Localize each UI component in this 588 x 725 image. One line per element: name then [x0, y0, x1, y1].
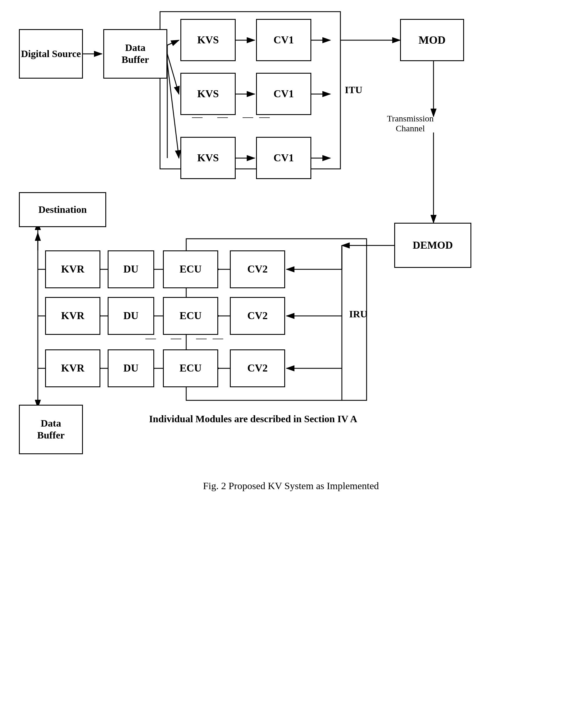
- digital-source-box: Digital Source: [19, 29, 83, 79]
- kvs1-label: KVS: [197, 34, 219, 46]
- itu-label: ITU: [345, 84, 362, 96]
- ecu3-box: ECU: [163, 349, 218, 387]
- transmission-channel-label: TransmissionChannel: [387, 114, 434, 133]
- demod-label: DEMOD: [413, 239, 453, 251]
- mod-box: MOD: [400, 19, 464, 61]
- individual-modules-text: Individual Modules are described in Sect…: [122, 414, 384, 424]
- du1-label: DU: [123, 263, 139, 276]
- diagram-container: Digital Source DataBuffer KVS CV1 KVS CV…: [0, 0, 588, 725]
- cv1-2-label: CV1: [273, 88, 294, 100]
- svg-line-5: [167, 63, 179, 158]
- du3-box: DU: [108, 349, 154, 387]
- cv2-3-label: CV2: [247, 362, 268, 375]
- cv2-3-box: CV2: [230, 349, 285, 387]
- cv1-2-box: CV1: [256, 73, 311, 115]
- kvs3-label: KVS: [197, 152, 219, 164]
- ecu1-box: ECU: [163, 250, 218, 288]
- kvr3-label: KVR: [61, 362, 84, 375]
- svg-line-4: [167, 54, 179, 94]
- dots-bottom: — — — —: [145, 332, 225, 344]
- cv1-1-label: CV1: [273, 34, 294, 46]
- figure-caption: Fig. 2 Proposed KV System as Implemented: [117, 480, 465, 491]
- cv2-1-box: CV2: [230, 250, 285, 288]
- kvs2-label: KVS: [197, 88, 219, 100]
- data-buffer-bottom-box: DataBuffer: [19, 405, 83, 454]
- kvr1-label: KVR: [61, 263, 84, 276]
- cv1-3-label: CV1: [273, 152, 294, 164]
- du1-box: DU: [108, 250, 154, 288]
- demod-box: DEMOD: [394, 223, 471, 268]
- digital-source-label: Digital Source: [21, 48, 81, 60]
- du3-label: DU: [123, 362, 139, 375]
- iru-label: IRU: [349, 309, 367, 320]
- ecu2-box: ECU: [163, 297, 218, 335]
- kvr1-box: KVR: [45, 250, 100, 288]
- cv2-2-box: CV2: [230, 297, 285, 335]
- cv2-1-label: CV2: [247, 263, 268, 276]
- ecu2-label: ECU: [180, 309, 202, 322]
- dots-top: — — — —: [192, 110, 271, 123]
- cv2-2-label: CV2: [247, 309, 268, 322]
- destination-label: Destination: [38, 204, 87, 216]
- kvr2-box: KVR: [45, 297, 100, 335]
- ecu1-label: ECU: [180, 263, 202, 276]
- kvs3-box: KVS: [181, 137, 236, 179]
- cv1-3-box: CV1: [256, 137, 311, 179]
- kvs2-box: KVS: [181, 73, 236, 115]
- destination-box: Destination: [19, 192, 106, 227]
- svg-line-3: [167, 40, 179, 45]
- kvr3-box: KVR: [45, 349, 100, 387]
- du2-label: DU: [123, 309, 139, 322]
- mod-label: MOD: [419, 34, 446, 47]
- du2-box: DU: [108, 297, 154, 335]
- data-buffer-top-label: DataBuffer: [122, 42, 149, 66]
- data-buffer-top-box: DataBuffer: [103, 29, 167, 79]
- data-buffer-bottom-label: DataBuffer: [37, 418, 65, 441]
- kvr2-label: KVR: [61, 309, 84, 322]
- ecu3-label: ECU: [180, 362, 202, 375]
- cv1-1-box: CV1: [256, 19, 311, 61]
- kvs1-box: KVS: [181, 19, 236, 61]
